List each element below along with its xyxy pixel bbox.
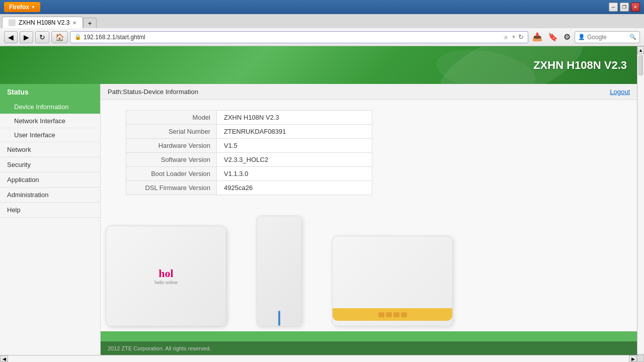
footer-copyright: 2012 ZTE Corporation. All rights reserve… xyxy=(108,345,211,351)
scroll-right-button[interactable]: ▶ xyxy=(629,355,637,362)
minimize-button[interactable]: ─ xyxy=(609,3,618,12)
sidebar-item-user-interface-label: User Interface xyxy=(14,131,55,139)
field-label: Serial Number xyxy=(126,125,217,139)
close-button[interactable]: ✕ xyxy=(631,3,640,12)
vertical-scrollbar[interactable]: ▲ ▼ xyxy=(637,46,644,362)
search-bar[interactable]: 👤 🔍 xyxy=(575,31,640,43)
field-value: V2.3.3_HOLC2 xyxy=(217,153,372,167)
address-text: 192.168.2.1/start.ghtml xyxy=(84,34,501,41)
scroll-thumb[interactable] xyxy=(638,55,643,75)
sidebar: Status Device Information Network Interf… xyxy=(0,84,101,355)
tab-title: ZXHN H108N V2.3 xyxy=(19,19,69,26)
path-bar: Path:Status-Device Information Logout xyxy=(101,84,637,100)
table-row: Boot Loader VersionV1.1.3.0 xyxy=(126,167,372,181)
sidebar-section-application[interactable]: Application xyxy=(0,172,100,188)
table-row: DSL Firmware Version4925ca26 xyxy=(126,181,372,195)
field-value: 4925ca26 xyxy=(217,181,372,195)
address-dropdown-icon[interactable]: ▼ xyxy=(511,34,516,40)
sidebar-item-device-information-label: Device Information xyxy=(14,103,68,111)
scrollbar-corner xyxy=(637,355,644,362)
field-value: V1.1.3.0 xyxy=(217,167,372,181)
firefox-arrow-icon: ▼ xyxy=(31,5,35,10)
field-value: V1.5 xyxy=(217,139,372,153)
scroll-up-button[interactable]: ▲ xyxy=(637,46,644,54)
table-row: Serial NumberZTENRUKDAF08391 xyxy=(126,125,372,139)
horizontal-scroll-track[interactable] xyxy=(8,355,629,362)
settings-icon[interactable]: ⚙ xyxy=(561,31,573,43)
sidebar-section-application-label: Application xyxy=(7,176,39,184)
router-image-1: hol hello online xyxy=(106,226,226,326)
sidebar-item-user-interface[interactable]: User Interface xyxy=(0,128,100,142)
field-label: Software Version xyxy=(126,153,217,167)
horizontal-scrollbar[interactable]: ◀ ▶ xyxy=(0,355,637,362)
forward-button[interactable]: ▶ xyxy=(20,31,33,43)
scroll-left-button[interactable]: ◀ xyxy=(0,355,8,362)
tab-favicon xyxy=(9,19,16,26)
home-button[interactable]: 🏠 xyxy=(51,31,68,43)
device-info-container: ModelZXHN H108N V2.3Serial NumberZTENRUK… xyxy=(101,100,637,205)
table-row: Software VersionV2.3.3_HOLC2 xyxy=(126,153,372,167)
search-engine-icon: 👤 xyxy=(578,34,585,40)
search-magnifier-icon[interactable]: 🔍 xyxy=(629,34,636,40)
reload-button[interactable]: ↻ xyxy=(35,31,49,43)
reload-address-icon[interactable]: ↻ xyxy=(518,33,524,41)
table-row: ModelZXHN H108N V2.3 xyxy=(126,111,372,125)
footer-text-bar: 2012 ZTE Corporation. All rights reserve… xyxy=(101,341,637,355)
firefox-menu-button[interactable]: Firefox ▼ xyxy=(4,2,40,12)
field-label: DSL Firmware Version xyxy=(126,181,217,195)
bookmark-star-icon[interactable]: ★ xyxy=(503,33,509,41)
search-input[interactable] xyxy=(587,34,627,41)
field-label: Hardware Version xyxy=(126,139,217,153)
footer: 2012 ZTE Corporation. All rights reserve… xyxy=(101,331,637,355)
device-info-table: ModelZXHN H108N V2.3Serial NumberZTENRUK… xyxy=(126,110,372,195)
sidebar-item-network-interface[interactable]: Network Interface xyxy=(0,114,100,128)
sidebar-section-help[interactable]: Help xyxy=(0,203,100,218)
path-text: Path:Status-Device Information xyxy=(108,88,198,96)
sidebar-section-security-label: Security xyxy=(7,161,31,168)
minimize-icon: ─ xyxy=(612,5,615,10)
sidebar-section-security[interactable]: Security xyxy=(0,157,100,172)
downloads-icon[interactable]: 📥 xyxy=(530,31,544,43)
router-title: ZXHN H108N V2.3 xyxy=(533,59,627,72)
address-bar[interactable]: 🔒 192.168.2.1/start.ghtml ★ ▼ ↻ xyxy=(70,31,528,43)
sidebar-section-help-label: Help xyxy=(7,206,21,214)
sidebar-section-network-label: Network xyxy=(7,146,31,153)
router-header: ZXHN H108N V2.3 xyxy=(0,46,637,84)
field-label: Model xyxy=(126,111,217,125)
restore-button[interactable]: ❐ xyxy=(620,3,629,12)
field-value: ZTENRUKDAF08391 xyxy=(217,125,372,139)
new-tab-button[interactable]: + xyxy=(83,18,96,28)
restore-icon: ❐ xyxy=(622,5,626,10)
scroll-track[interactable] xyxy=(637,54,644,354)
back-button[interactable]: ◀ xyxy=(4,31,18,43)
address-lock-icon: 🔒 xyxy=(74,34,82,40)
router-image-2 xyxy=(257,216,302,326)
logout-button[interactable]: Logout xyxy=(610,88,630,96)
sidebar-item-device-information[interactable]: Device Information xyxy=(0,100,100,114)
field-label: Boot Loader Version xyxy=(126,167,217,181)
firefox-label: Firefox xyxy=(9,4,29,11)
sidebar-section-administration-label: Administration xyxy=(7,191,48,199)
close-icon: ✕ xyxy=(633,5,637,10)
sidebar-item-network-interface-label: Network Interface xyxy=(14,117,65,125)
bookmarks-icon[interactable]: 🔖 xyxy=(546,31,560,43)
tab-close-button[interactable]: ✕ xyxy=(72,20,76,26)
sidebar-section-network[interactable]: Network xyxy=(0,142,100,157)
router-images-area: hol hello online xyxy=(101,205,637,331)
sidebar-section-administration[interactable]: Administration xyxy=(0,188,100,203)
active-tab[interactable]: ZXHN H108N V2.3 ✕ xyxy=(2,17,83,28)
router-image-3 xyxy=(332,236,453,326)
field-value: ZXHN H108N V2.3 xyxy=(217,111,372,125)
table-row: Hardware VersionV1.5 xyxy=(126,139,372,153)
footer-green-bar xyxy=(101,331,637,341)
sidebar-status-label[interactable]: Status xyxy=(0,84,100,100)
